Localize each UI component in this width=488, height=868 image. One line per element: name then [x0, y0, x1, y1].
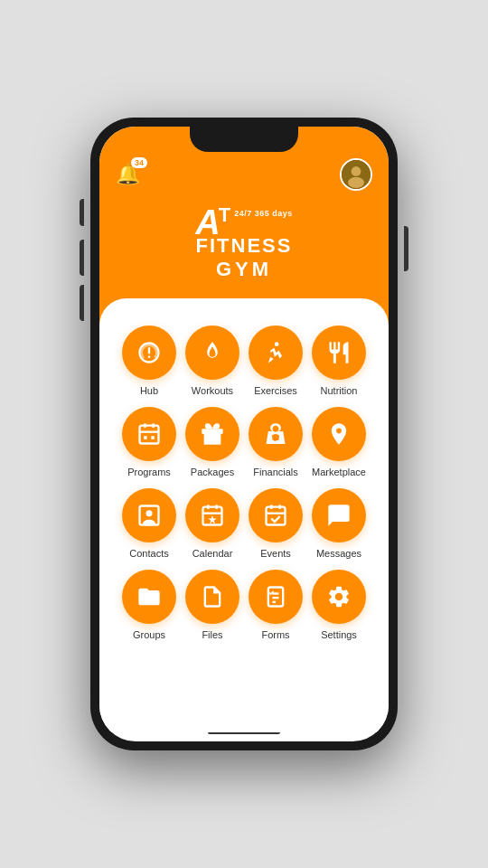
volume-down-button	[80, 240, 84, 276]
grid-item-marketplace[interactable]: Marketplace	[311, 407, 367, 477]
notification-bell[interactable]: 🔔 34	[116, 163, 140, 186]
nutrition-icon-circle	[312, 326, 366, 380]
groups-icon-circle	[122, 570, 176, 624]
forms-label: Forms	[261, 629, 289, 640]
grid-item-events[interactable]: Events	[248, 488, 304, 559]
svg-point-14	[146, 510, 153, 516]
grid-item-programs[interactable]: Programs	[121, 407, 177, 477]
financials-label: Financials	[253, 467, 298, 477]
logo-gym: GYM	[216, 258, 272, 281]
notch	[190, 127, 298, 152]
files-label: Files	[202, 629, 222, 640]
events-icon-circle	[249, 488, 303, 542]
calendar-label: Calendar	[192, 548, 233, 559]
svg-rect-20	[267, 507, 286, 525]
grid-item-exercises[interactable]: Exercises	[248, 326, 304, 396]
nutrition-label: Nutrition	[321, 385, 358, 396]
contacts-label: Contacts	[129, 548, 168, 559]
grid-item-calendar[interactable]: Calendar	[184, 488, 240, 559]
content-area: HubWorkoutsExercisesNutritionProgramsPac…	[99, 298, 389, 732]
svg-rect-9	[151, 436, 155, 439]
programs-icon-circle	[122, 407, 176, 461]
phone-shell: 🔔 34 AT 24/7 365 d	[90, 118, 398, 750]
avatar-image	[342, 160, 371, 189]
packages-icon-circle	[185, 407, 239, 461]
messages-label: Messages	[316, 548, 361, 559]
exercises-label: Exercises	[254, 385, 297, 396]
grid-item-forms[interactable]: Forms	[248, 570, 304, 640]
svg-point-2	[348, 177, 364, 188]
logo-tagline: 24/7 365 days	[234, 209, 293, 218]
logo-fitness: FITNESS	[196, 234, 293, 258]
files-icon-circle	[185, 570, 239, 624]
svg-point-3	[275, 342, 279, 346]
svg-marker-19	[208, 515, 216, 524]
grid-item-financials[interactable]: $Financials	[248, 407, 304, 477]
messages-icon-circle	[312, 488, 366, 542]
grid-item-workouts[interactable]: Workouts	[184, 326, 240, 396]
contacts-icon-circle	[122, 488, 176, 542]
notification-badge: 34	[131, 157, 147, 168]
svg-rect-4	[140, 426, 159, 444]
settings-icon-circle	[312, 570, 366, 624]
volume-up-button	[80, 199, 84, 226]
grid-item-contacts[interactable]: Contacts	[121, 488, 177, 559]
groups-label: Groups	[133, 629, 165, 640]
grid-item-groups[interactable]: Groups	[121, 570, 177, 640]
grid-item-settings[interactable]: Settings	[311, 570, 367, 640]
grid-item-messages[interactable]: Messages	[311, 488, 367, 559]
workouts-icon-circle	[185, 326, 239, 380]
avatar[interactable]	[340, 158, 372, 191]
icon-grid: HubWorkoutsExercisesNutritionProgramsPac…	[117, 326, 371, 640]
grid-item-hub[interactable]: Hub	[121, 326, 177, 396]
grid-item-nutrition[interactable]: Nutrition	[311, 326, 367, 396]
financials-icon-circle: $	[249, 407, 303, 461]
workouts-label: Workouts	[192, 385, 233, 396]
svg-rect-8	[144, 436, 147, 439]
svg-point-1	[352, 166, 361, 176]
calendar-icon-circle	[185, 488, 239, 542]
logo-area: AT 24/7 365 days FITNESS GYM	[99, 205, 389, 281]
marketplace-label: Marketplace	[312, 467, 366, 477]
header-background: 🔔 34 AT 24/7 365 d	[99, 127, 389, 326]
hub-icon-circle	[122, 326, 176, 380]
power-button	[404, 226, 408, 271]
marketplace-icon-circle	[312, 407, 366, 461]
grid-item-packages[interactable]: Packages	[184, 407, 240, 477]
forms-icon-circle	[249, 570, 303, 624]
grid-item-files[interactable]: Files	[184, 570, 240, 640]
programs-label: Programs	[127, 467, 171, 477]
silent-button	[80, 285, 84, 321]
top-bar: 🔔 34	[99, 158, 389, 191]
settings-label: Settings	[321, 629, 357, 640]
packages-label: Packages	[191, 467, 234, 477]
hub-label: Hub	[140, 385, 158, 396]
events-label: Events	[260, 548, 291, 559]
phone-screen: 🔔 34 AT 24/7 365 d	[99, 127, 389, 741]
exercises-icon-circle	[249, 326, 303, 380]
